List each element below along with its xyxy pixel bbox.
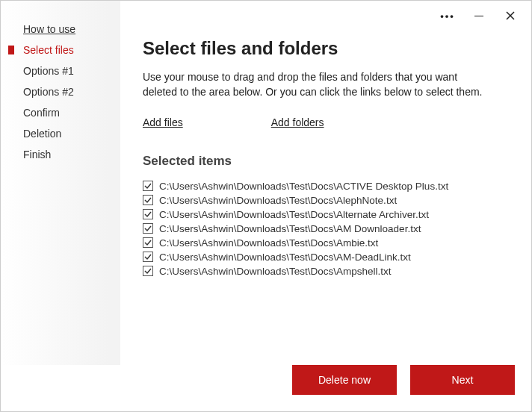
add-folders-link[interactable]: Add folders [271,116,324,128]
list-item: C:\Users\Ashwin\Downloads\Test\Docs\Ambi… [143,236,506,250]
sidebar-item-label: Options #1 [23,65,74,77]
item-checkbox[interactable] [143,223,153,234]
list-item: C:\Users\Ashwin\Downloads\Test\Docs\ACTI… [143,179,506,193]
item-checkbox[interactable] [143,181,153,191]
item-path: C:\Users\Ashwin\Downloads\Test\Docs\ACTI… [159,181,448,192]
add-files-link[interactable]: Add files [143,116,183,128]
sidebar-item-label: Select files [23,44,74,56]
sidebar-item-label: Deletion [23,128,61,140]
next-button[interactable]: Next [410,365,515,395]
item-checkbox[interactable] [143,237,153,248]
add-links-row: Add files Add folders [143,116,506,128]
main-panel: Select files and folders Use your mouse … [120,1,531,365]
page-subtitle: Use your mouse to drag and drop the file… [143,69,494,100]
window-titlebar: ••• [436,1,531,28]
item-path: C:\Users\Ashwin\Downloads\Test\Docs\AM D… [159,223,421,234]
more-options-button[interactable]: ••• [440,8,455,23]
sidebar-item-label: Finish [23,149,51,160]
minimize-button[interactable] [471,8,486,23]
sidebar-item-finish[interactable]: Finish [1,144,120,165]
item-path: C:\Users\Ashwin\Downloads\Test\Docs\Alep… [159,195,397,206]
sidebar-item-confirm[interactable]: Confirm [1,102,120,123]
selected-items-list: C:\Users\Ashwin\Downloads\Test\Docs\ACTI… [143,179,506,350]
item-checkbox[interactable] [143,209,153,219]
list-item: C:\Users\Ashwin\Downloads\Test\Docs\Alep… [143,193,506,207]
list-item: C:\Users\Ashwin\Downloads\Test\Docs\AM D… [143,222,506,236]
list-item: C:\Users\Ashwin\Downloads\Test\Docs\Alte… [143,207,506,222]
item-checkbox[interactable] [143,266,153,276]
sidebar-item-options-1[interactable]: Options #1 [1,60,120,81]
sidebar-item-how-to-use[interactable]: How to use [1,19,120,40]
item-checkbox[interactable] [143,195,153,205]
sidebar-item-options-2[interactable]: Options #2 [1,81,120,102]
sidebar-item-deletion[interactable]: Deletion [1,123,120,144]
selected-items-heading: Selected items [143,154,506,169]
delete-now-button[interactable]: Delete now [292,365,397,395]
close-button[interactable] [503,8,518,23]
sidebar: How to useSelect filesOptions #1Options … [1,1,120,365]
item-path: C:\Users\Ashwin\Downloads\Test\Docs\Alte… [159,209,429,220]
list-item: C:\Users\Ashwin\Downloads\Test\Docs\AM-D… [143,250,506,264]
list-item: C:\Users\Ashwin\Downloads\Test\Docs\Amps… [143,264,506,278]
item-path: C:\Users\Ashwin\Downloads\Test\Docs\Ambi… [159,237,378,249]
page-title: Select files and folders [143,38,506,59]
item-path: C:\Users\Ashwin\Downloads\Test\Docs\AM-D… [159,252,411,263]
sidebar-item-select-files[interactable]: Select files [1,40,120,60]
close-icon [506,11,515,20]
footer-buttons: Delete now Next [1,365,531,411]
sidebar-item-label: Options #2 [23,86,74,98]
item-path: C:\Users\Ashwin\Downloads\Test\Docs\Amps… [159,266,392,277]
sidebar-item-label: How to use [23,23,75,35]
item-checkbox[interactable] [143,252,153,262]
sidebar-item-label: Confirm [23,107,60,119]
